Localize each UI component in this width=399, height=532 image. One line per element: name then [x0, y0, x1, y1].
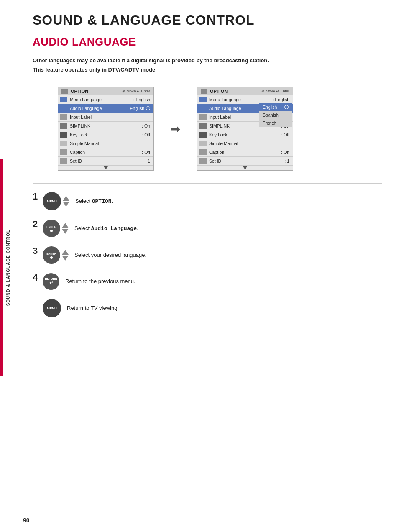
step-5-text: Return to TV viewing. — [67, 304, 119, 312]
menu-row-simple-manual-right: Simple Manual — [197, 139, 293, 148]
step-4-icons: RETURN ↩ — [43, 273, 59, 290]
row-icon-r4 — [199, 123, 207, 129]
nav-arrows-3 — [62, 250, 69, 261]
menu-title-left: OPTION — [71, 89, 88, 94]
menu-row-key-lock-right: Key Lock : Off — [197, 130, 293, 139]
step-3-text: Select your desired language. — [74, 251, 146, 259]
sidebar: SOUND & LANGUAGE CONTROL — [0, 0, 16, 532]
dropdown-item-english[interactable]: English — [259, 103, 292, 111]
nav-up-2[interactable] — [62, 223, 69, 228]
step-3-icons: ENTER — [43, 246, 69, 264]
row-icon-r1 — [199, 97, 207, 102]
step-3: 3 ENTER Select your desired language. — [33, 246, 382, 264]
row-icon-r6 — [199, 141, 207, 146]
enter-btn-dot — [50, 230, 53, 232]
row-icon-r2 — [199, 105, 207, 111]
menu-header-right: OPTION ⊕ Move ↵ Enter — [197, 87, 293, 95]
nav-down-3[interactable] — [62, 256, 69, 261]
menu-title-right: OPTION — [210, 89, 228, 94]
nav-arrows-2 — [62, 223, 69, 234]
row-icon-7 — [60, 149, 67, 155]
step-1: 1 MENU Select OPTION. — [33, 192, 382, 210]
row-icon-r3 — [199, 114, 207, 120]
menu-header-icon — [61, 89, 68, 94]
enter-btn-label: ENTER — [46, 225, 56, 229]
nav-down-2[interactable] — [62, 229, 69, 234]
menu-button-1[interactable]: MENU — [43, 192, 61, 210]
menu-screenshot-left: OPTION ⊕ Move ↵ Enter Menu Language : En… — [58, 87, 154, 171]
step-number-4: 4 — [33, 273, 40, 282]
description: Other languages may be available if a di… — [33, 56, 382, 74]
row-icon-3 — [60, 114, 67, 120]
menu-row-set-id-left: Set ID : 1 — [58, 157, 153, 166]
menu-btn-label: MENU — [47, 200, 57, 203]
menu-row-simplink-left: SIMPLINK : On — [58, 122, 153, 130]
arrow-right: ➡ — [171, 122, 180, 136]
nav-arrows-1 — [63, 196, 69, 207]
nav-up-3[interactable] — [62, 250, 69, 255]
description-line1: Other languages may be available if a di… — [33, 56, 382, 65]
menu-row-caption-left: Caption : Off — [58, 148, 153, 157]
step-2: 2 ENTER Select Audio Language. — [33, 220, 382, 237]
menu-row-caption-right: Caption : Off — [197, 148, 293, 157]
section-divider — [33, 183, 382, 184]
menu-row-audio-language-left: Audio Language : English — [58, 104, 153, 113]
step-number-3: 3 — [33, 246, 40, 256]
step-5: MENU Return to TV viewing. — [33, 299, 382, 317]
return-label: RETURN — [45, 277, 57, 280]
selected-circle — [284, 105, 289, 109]
menu-screenshot-right-wrapper: OPTION ⊕ Move ↵ Enter Menu Language : En… — [197, 87, 293, 171]
step-1-icons: MENU — [43, 192, 69, 210]
menu-hints-left: ⊕ Move ↵ Enter — [122, 89, 150, 93]
step-number-2: 2 — [33, 220, 40, 229]
dropdown-item-french[interactable]: French — [259, 119, 292, 127]
menu-row-input-label-left: Input Label — [58, 113, 153, 122]
row-icon-r7 — [199, 149, 207, 155]
dropdown-item-spanish[interactable]: Spanish — [259, 111, 292, 119]
page-title: SOUND & LANGUAGE CONTROL — [33, 13, 382, 28]
main-content: SOUND & LANGUAGE CONTROL AUDIO LANGUAGE … — [16, 0, 399, 343]
menu-footer-right — [197, 166, 293, 170]
menu-hints-right: ⊕ Move ↵ Enter — [261, 89, 289, 93]
menu-row-key-lock-left: Key Lock : Off — [58, 130, 153, 139]
step-4-text: Return to the previous menu. — [65, 278, 136, 285]
row-icon-6 — [60, 141, 67, 146]
step-1-text: Select OPTION. — [75, 197, 113, 205]
row-icon-2 — [60, 105, 67, 111]
return-arrow-icon: ↩ — [49, 280, 53, 286]
enter-button-3[interactable]: ENTER — [43, 246, 60, 264]
row-icon-4 — [60, 123, 67, 129]
screenshots-area: OPTION ⊕ Move ↵ Enter Menu Language : En… — [58, 87, 382, 171]
menu-row-menu-language-left: Menu Language : English — [58, 95, 153, 104]
page-number: 90 — [23, 517, 30, 524]
circle-icon-left — [146, 106, 150, 110]
language-dropdown[interactable]: English Spanish French — [259, 103, 292, 127]
scroll-down-left — [104, 166, 108, 169]
step-4: 4 RETURN ↩ Return to the previous menu. — [33, 273, 382, 290]
enter-button-2[interactable]: ENTER — [43, 220, 60, 237]
nav-up-1[interactable] — [63, 196, 69, 201]
menu-footer-left — [58, 166, 153, 170]
nav-down-1[interactable] — [63, 202, 69, 207]
section-title: AUDIO LANGUAGE — [33, 36, 382, 49]
steps-container: 1 MENU Select OPTION. 2 ENTER — [33, 192, 382, 317]
scroll-down-right — [243, 166, 247, 169]
row-icon-1 — [60, 97, 67, 102]
menu-row-simple-manual-left: Simple Manual — [58, 139, 153, 148]
enter-btn-dot-3 — [50, 256, 53, 259]
sidebar-text-container: SOUND & LANGUAGE CONTROL — [0, 163, 16, 372]
menu-button-5[interactable]: MENU — [43, 299, 61, 317]
row-icon-8 — [60, 158, 67, 164]
menu-row-set-id-right: Set ID : 1 — [197, 157, 293, 166]
row-icon-r5 — [199, 132, 207, 138]
row-icon-5 — [60, 132, 67, 138]
sidebar-label: SOUND & LANGUAGE CONTROL — [6, 230, 10, 306]
menu-screenshot-right: OPTION ⊕ Move ↵ Enter Menu Language : En… — [197, 87, 293, 171]
description-line2: This feature operates only in DTV/CADTV … — [33, 65, 382, 74]
step-number-1: 1 — [33, 192, 40, 201]
step-2-icons: ENTER — [43, 220, 69, 237]
menu-header-left: OPTION ⊕ Move ↵ Enter — [58, 87, 153, 95]
enter-btn-label-3: ENTER — [46, 252, 56, 256]
return-button[interactable]: RETURN ↩ — [43, 273, 59, 290]
step-5-icons: MENU — [43, 299, 61, 317]
